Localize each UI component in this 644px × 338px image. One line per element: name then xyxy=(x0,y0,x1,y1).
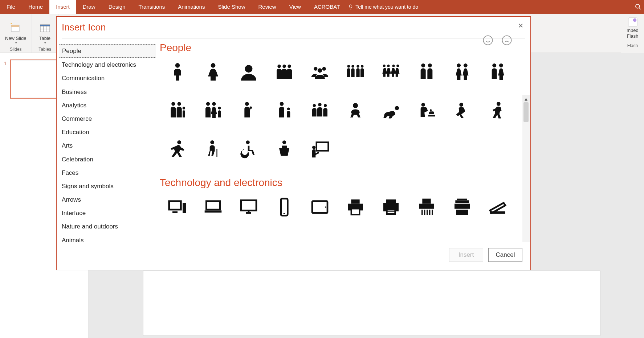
new-slide-icon xyxy=(9,22,22,35)
elderly-with-child-icon[interactable] xyxy=(266,99,302,123)
scroll-thumb[interactable] xyxy=(523,102,529,122)
shredder-icon[interactable] xyxy=(409,195,444,219)
family-outline-icon[interactable] xyxy=(302,99,338,123)
tab-design[interactable]: Design xyxy=(102,0,132,14)
svg-rect-80 xyxy=(419,204,434,209)
svg-point-70 xyxy=(325,206,326,208)
cane-icon[interactable] xyxy=(195,137,231,161)
cat-analytics[interactable]: Analytics xyxy=(59,99,156,112)
diaper-change-icon[interactable] xyxy=(409,99,444,123)
tab-home[interactable]: Home xyxy=(22,0,49,14)
cat-interface[interactable]: Interface xyxy=(59,207,156,219)
baby-icon[interactable] xyxy=(338,99,373,123)
lightbulb-icon xyxy=(348,4,354,10)
tab-review[interactable]: Review xyxy=(252,0,282,14)
tablet-icon[interactable] xyxy=(302,195,338,219)
table-button[interactable]: Table▾ xyxy=(36,21,54,46)
embed-flash-group: mbed Flash Flash xyxy=(621,14,644,53)
insert-icon-dialog: Insert Icon ✕ People Technology and elec… xyxy=(56,16,531,270)
svg-point-15 xyxy=(282,65,286,68)
printer-icon[interactable] xyxy=(338,195,373,219)
svg-rect-74 xyxy=(386,199,396,203)
tab-file[interactable]: File xyxy=(0,0,22,14)
slide-canvas[interactable] xyxy=(143,271,600,336)
cat-arrows[interactable]: Arrows xyxy=(59,193,156,206)
scroll-up-icon[interactable]: ▴ xyxy=(522,95,530,102)
tab-view[interactable]: View xyxy=(283,0,307,14)
close-icon[interactable]: ✕ xyxy=(517,22,525,30)
tab-draw[interactable]: Draw xyxy=(76,0,102,14)
printer-2-icon[interactable] xyxy=(373,195,409,219)
svg-point-50 xyxy=(430,109,432,111)
cat-faces[interactable]: Faces xyxy=(59,166,156,179)
crawling-baby-icon[interactable] xyxy=(373,99,409,123)
svg-rect-78 xyxy=(388,212,395,213)
couple-icon[interactable] xyxy=(409,60,444,84)
wheelchair-icon[interactable] xyxy=(231,137,266,161)
crowd-icon[interactable] xyxy=(338,60,373,84)
svg-point-48 xyxy=(395,106,399,110)
user-icon[interactable] xyxy=(231,60,266,84)
embed-flash-group-label: Flash xyxy=(627,43,638,48)
svg-rect-85 xyxy=(432,210,433,215)
cat-technology[interactable]: Technology and electronics xyxy=(59,58,156,71)
cat-arts[interactable]: Arts xyxy=(59,139,156,152)
tab-acrobat[interactable]: ACROBAT xyxy=(307,0,346,14)
cat-people[interactable]: People xyxy=(59,44,156,58)
svg-rect-4 xyxy=(40,25,50,26)
cancel-button[interactable]: Cancel xyxy=(488,248,522,262)
svg-rect-77 xyxy=(388,210,395,211)
svg-point-12 xyxy=(211,63,216,68)
two-women-icon[interactable] xyxy=(444,60,480,84)
team-icon[interactable] xyxy=(302,60,338,84)
search-icon[interactable] xyxy=(635,3,642,11)
cat-signs[interactable]: Signs and symbols xyxy=(59,180,156,193)
cat-communication[interactable]: Communication xyxy=(59,72,156,84)
svg-point-0 xyxy=(636,4,640,8)
copier-icon[interactable] xyxy=(444,195,480,219)
walking-icon[interactable] xyxy=(480,99,515,123)
cat-nature[interactable]: Nature and outdoors xyxy=(59,220,156,233)
tab-slideshow[interactable]: Slide Show xyxy=(211,0,252,14)
flash-icon xyxy=(627,17,638,28)
parent-baby-icon[interactable] xyxy=(231,99,266,123)
people-group-icon[interactable] xyxy=(266,60,302,84)
cat-education[interactable]: Education xyxy=(59,126,156,139)
crowd-women-icon[interactable] xyxy=(373,60,409,84)
family-1-icon[interactable] xyxy=(160,99,195,123)
new-slide-button[interactable]: New Slide▾ xyxy=(4,21,28,46)
cat-commerce[interactable]: Commerce xyxy=(59,112,156,125)
svg-point-22 xyxy=(356,65,359,67)
teacher-icon[interactable] xyxy=(302,137,338,161)
svg-point-54 xyxy=(210,140,214,144)
svg-rect-67 xyxy=(281,199,288,216)
man-woman-icon[interactable] xyxy=(480,60,515,84)
monitor-icon[interactable] xyxy=(231,195,266,219)
tab-animations[interactable]: Animations xyxy=(171,0,211,14)
desktop-icon[interactable] xyxy=(160,195,195,219)
tell-me[interactable]: Tell me what you want to do xyxy=(348,4,418,10)
laptop-icon[interactable] xyxy=(195,195,231,219)
svg-rect-89 xyxy=(457,199,467,201)
family-2-icon[interactable] xyxy=(195,99,231,123)
svg-rect-84 xyxy=(429,210,431,215)
cat-celebration[interactable]: Celebration xyxy=(59,153,156,166)
tech-grid xyxy=(160,195,524,219)
tab-transitions[interactable]: Transitions xyxy=(132,0,171,14)
tab-insert[interactable]: Insert xyxy=(49,0,76,14)
embed-flash-label[interactable]: mbed Flash xyxy=(621,28,644,39)
man-icon[interactable] xyxy=(160,60,195,84)
dialog-title: Insert Icon xyxy=(62,22,106,33)
running-icon[interactable] xyxy=(160,137,195,161)
phone-icon[interactable] xyxy=(266,195,302,219)
kneeling-icon[interactable] xyxy=(444,99,480,123)
cat-animals[interactable]: Animals xyxy=(59,234,156,242)
svg-point-43 xyxy=(287,108,290,110)
cat-business[interactable]: Business xyxy=(59,86,156,98)
podium-icon[interactable] xyxy=(266,137,302,161)
dialog-scrollbar[interactable]: ▴ ▾ xyxy=(522,95,530,242)
ribbon-right xyxy=(635,0,642,14)
scanner-icon[interactable] xyxy=(480,195,515,219)
svg-point-37 xyxy=(206,102,210,106)
woman-icon[interactable] xyxy=(195,60,231,84)
